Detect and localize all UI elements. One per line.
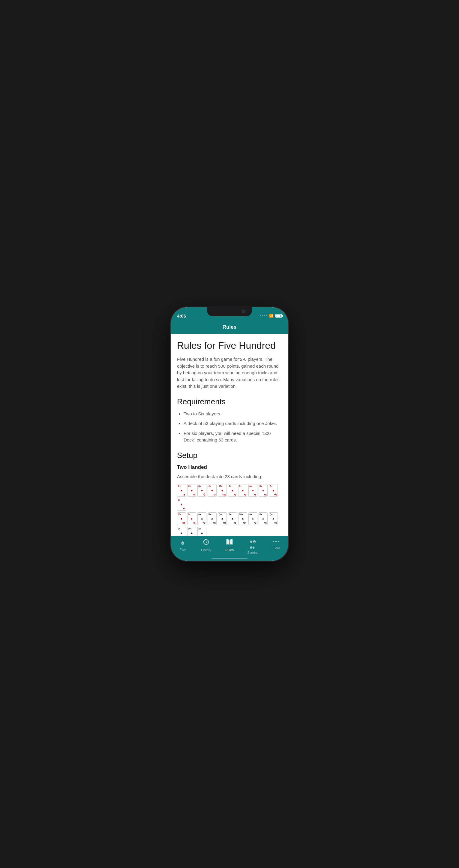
tab-rules[interactable]: Rules	[218, 539, 241, 552]
intro-text: Five Hundred is a fun game for 2-6 playe…	[177, 356, 282, 390]
signal-icon	[260, 315, 267, 316]
battery-icon	[275, 314, 282, 317]
tab-scoring[interactable]: ♦♣♣♠ Scoring	[241, 539, 265, 554]
playing-card: 8♥ ♥ 8♥	[238, 484, 247, 497]
nav-title: Rules	[223, 324, 236, 330]
tab-rules-label: Rules	[225, 548, 234, 552]
tab-play-label: Play	[179, 548, 186, 551]
playing-card: A♦ ♦ A♦	[249, 484, 257, 497]
playing-card: 10♠ ♠ 10♠	[187, 527, 196, 536]
playing-card: Q♠ ♠ Q♠	[269, 512, 278, 525]
requirements-list: Two to Six players. A deck of 53 playing…	[177, 411, 282, 444]
navigation-bar: Rules	[171, 320, 288, 334]
setup-title: Setup	[177, 451, 282, 460]
page-title: Rules for Five Hundred	[177, 340, 282, 351]
playing-card: K♣ ♣ K♣	[207, 512, 217, 525]
status-icons: 📶	[260, 310, 282, 318]
cards-row-2: 10♦ ♦ 10♦ 9♦ ♦ 9♦ A♣ ♣ A♣ K♣	[177, 512, 282, 525]
phone-frame: 4:06 📶 Rules Rules for Five Hundred	[171, 307, 288, 561]
rules-icon	[226, 539, 233, 547]
playing-card: K♦ ♦ K♦	[259, 484, 268, 497]
playing-card: A♠ ♠ A♠	[249, 512, 257, 525]
tab-extra[interactable]: ••• Extra	[265, 539, 288, 550]
playing-card: A♥ ♥ A♥	[177, 484, 186, 497]
play-icon: ♠	[181, 539, 185, 547]
setup-text: Assemble the deck into 23 cards includin…	[177, 473, 282, 480]
extra-icon: •••	[273, 539, 280, 545]
tab-extra-label: Extra	[272, 546, 280, 550]
playing-card: J♥ ♥ J♥	[207, 484, 217, 497]
list-item: Two to Six players.	[184, 411, 282, 417]
list-item: A deck of 53 playing cards including one…	[184, 420, 282, 427]
wifi-icon: 📶	[269, 314, 273, 318]
requirements-title: Requirements	[177, 397, 282, 406]
content-area[interactable]: Rules for Five Hundred Five Hundred is a…	[171, 334, 288, 536]
tab-play[interactable]: ♠ Play	[171, 539, 194, 551]
phone-screen: 4:06 📶 Rules Rules for Five Hundred	[171, 307, 288, 561]
playing-card: 10♥ ♥ 10♥	[218, 484, 227, 497]
playing-card: K♥ ♥ K♥	[187, 484, 196, 497]
playing-card: J♣ ♣ J♣	[228, 512, 237, 525]
tab-history-label: History	[201, 548, 211, 552]
playing-card: 9♥ ♥ 9♥	[228, 484, 237, 497]
playing-card: 10♣ ♣ 10♣	[238, 512, 247, 525]
tab-bar: ♠ Play History	[171, 536, 288, 561]
notch	[207, 307, 252, 316]
playing-card: K♠ ♠ K♠	[259, 512, 268, 525]
scoring-icon: ♦♣♣♠	[250, 539, 256, 550]
cards-row-3: J♠ ♠ J♠ 10♠ ♠ 10♠ A♠ ♠ A♠	[177, 527, 282, 536]
setup-sub: Two Handed	[177, 464, 282, 470]
playing-card: J♦ ♦ J♦	[177, 498, 186, 510]
tab-history[interactable]: History	[194, 539, 218, 552]
playing-card: Q♣ ♣ Q♣	[218, 512, 227, 525]
home-indicator	[211, 558, 248, 559]
camera	[242, 310, 245, 313]
cards-row-1: A♥ ♥ A♥ K♥ ♥ K♥ Q♥ ♥ Q♥ J♥	[177, 484, 282, 510]
playing-card: A♣ ♣ A♣	[197, 512, 206, 525]
list-item: For six players, you will need a special…	[184, 430, 282, 444]
playing-card: 9♦ ♦ 9♦	[187, 512, 196, 525]
playing-card: Q♦ ♦ Q♦	[269, 484, 278, 497]
history-icon	[203, 539, 209, 547]
playing-card: 10♦ ♦ 10♦	[177, 512, 186, 525]
playing-card: Q♥ ♥ Q♥	[197, 484, 206, 497]
playing-card: J♠ ♠ J♠	[177, 527, 186, 536]
playing-card: A♠ ♠ A♠	[197, 527, 206, 536]
tab-scoring-label: Scoring	[247, 551, 258, 554]
status-time: 4:06	[177, 310, 186, 318]
